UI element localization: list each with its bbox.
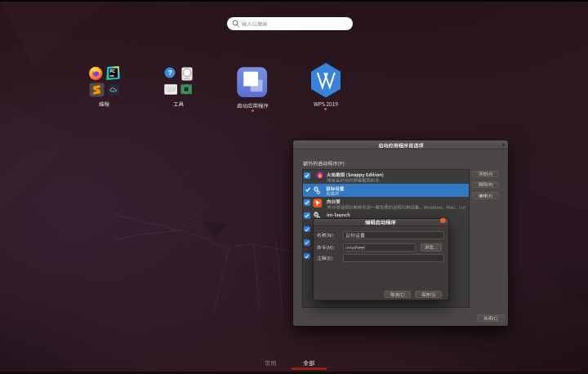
svg-text:?: ? bbox=[167, 69, 172, 77]
svg-text:PC: PC bbox=[109, 69, 115, 73]
